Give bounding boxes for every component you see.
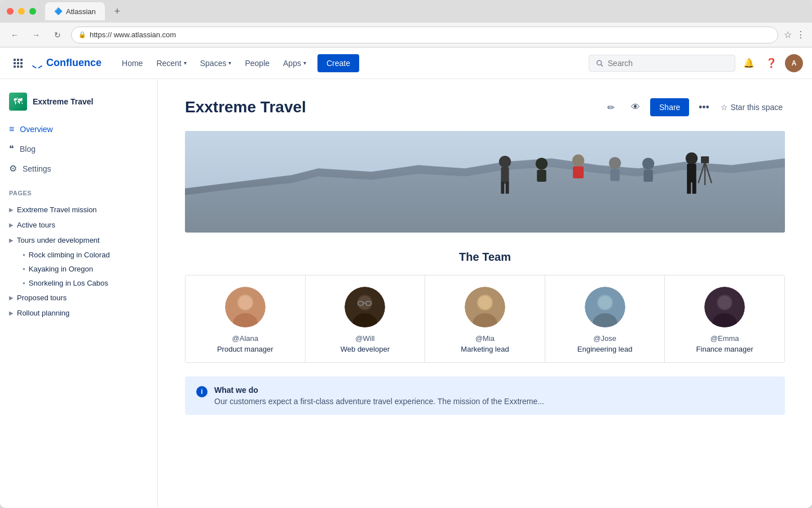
close-button[interactable] bbox=[7, 8, 14, 15]
edit-icon: ✏ bbox=[607, 102, 615, 113]
forward-button[interactable]: → bbox=[28, 27, 44, 43]
info-box: i What we do Our customers expect a firs… bbox=[185, 376, 785, 415]
grid-icon[interactable] bbox=[9, 54, 27, 72]
hero-svg bbox=[185, 131, 785, 233]
nav-home[interactable]: Home bbox=[115, 47, 149, 79]
sidebar-item-settings[interactable]: ⚙ Settings bbox=[0, 159, 157, 178]
blog-icon: ❝ bbox=[9, 143, 14, 154]
search-input[interactable] bbox=[608, 59, 728, 68]
svg-point-48 bbox=[478, 296, 492, 309]
svg-rect-33 bbox=[701, 156, 709, 163]
new-tab-button[interactable]: + bbox=[109, 3, 125, 19]
member-handle: @Will bbox=[355, 334, 374, 343]
member-role: Product manager bbox=[217, 345, 273, 353]
reload-button[interactable]: ↻ bbox=[50, 27, 65, 43]
page-tree-item-active-tours[interactable]: ▶ Active tours bbox=[0, 217, 157, 233]
svg-point-18 bbox=[536, 157, 548, 169]
svg-rect-3 bbox=[14, 62, 16, 64]
sidebar-item-overview[interactable]: ≡ Overview bbox=[0, 120, 157, 139]
nav-links: Home Recent ▾ Spaces ▾ People Apps ▾ Cre… bbox=[115, 47, 589, 79]
page-label: Rock climbing in Colorad bbox=[29, 251, 110, 259]
overview-icon: ≡ bbox=[9, 124, 14, 134]
member-handle: @Alana bbox=[232, 334, 258, 343]
eye-icon: 👁 bbox=[631, 102, 640, 112]
info-icon: i bbox=[196, 386, 208, 397]
page-tree-item-tours-dev[interactable]: ▶ Tours under development bbox=[0, 233, 157, 248]
svg-rect-23 bbox=[610, 169, 620, 181]
more-button[interactable]: ••• bbox=[694, 97, 714, 117]
chevron-right-icon: ▶ bbox=[9, 237, 14, 243]
chevron-down-icon: ▾ bbox=[184, 60, 187, 66]
page-actions: ✏ 👁 Share ••• ☆ Star this space bbox=[601, 97, 785, 117]
back-icon: ← bbox=[11, 30, 19, 40]
team-member-will[interactable]: @Will Web developer bbox=[306, 275, 426, 362]
more-icon: ••• bbox=[699, 102, 709, 113]
nav-people[interactable]: People bbox=[238, 47, 276, 79]
notifications-button[interactable]: 🔔 bbox=[740, 54, 758, 72]
bookmark-icon[interactable]: ☆ bbox=[784, 29, 792, 40]
user-avatar[interactable]: A bbox=[785, 54, 803, 72]
nav-recent[interactable]: Recent ▾ bbox=[149, 47, 193, 79]
url-text: https:// www.atlassian.com bbox=[90, 30, 176, 39]
team-member-emma[interactable]: @Emma Finance manager bbox=[665, 275, 784, 362]
create-button[interactable]: Create bbox=[317, 54, 359, 72]
chevron-down-icon: ▾ bbox=[303, 60, 306, 66]
search-box[interactable] bbox=[589, 55, 735, 72]
svg-point-9 bbox=[597, 60, 602, 65]
page-tree-item-proposed[interactable]: ▶ Proposed tours bbox=[0, 290, 157, 305]
back-button[interactable]: ← bbox=[7, 27, 23, 43]
bullet-icon: ● bbox=[23, 281, 25, 286]
help-button[interactable]: ❓ bbox=[762, 54, 780, 72]
sidebar: 🗺 Exxtreme Travel ≡ Overview ❝ Blog ⚙ Se… bbox=[0, 79, 158, 508]
preview-button[interactable]: 👁 bbox=[625, 97, 646, 117]
page-sub-item-rock[interactable]: ● Rock climbing in Colorad bbox=[0, 248, 157, 262]
member-handle: @Mia bbox=[475, 334, 495, 343]
star-icon: ☆ bbox=[721, 103, 728, 112]
menu-icon[interactable]: ⋮ bbox=[796, 29, 805, 40]
team-section-title: The Team bbox=[185, 251, 785, 264]
team-member-mia[interactable]: @Mia Marketing lead bbox=[425, 275, 545, 362]
team-member-alana[interactable]: @Alana Product manager bbox=[186, 275, 306, 362]
minimize-button[interactable] bbox=[18, 8, 25, 15]
svg-rect-8 bbox=[20, 65, 23, 68]
maximize-button[interactable] bbox=[29, 8, 36, 15]
pages-label: PAGES bbox=[9, 190, 32, 196]
info-title: What we do bbox=[214, 386, 544, 395]
share-button[interactable]: Share bbox=[650, 98, 689, 116]
browser-action-buttons: ☆ ⋮ bbox=[784, 29, 805, 40]
tab-title: Atlassian bbox=[66, 7, 96, 16]
chevron-right-icon: ▶ bbox=[9, 310, 14, 316]
nav-spaces[interactable]: Spaces ▾ bbox=[193, 47, 239, 79]
page-tree-item-rollout[interactable]: ▶ Rollout planning bbox=[0, 305, 157, 321]
svg-line-10 bbox=[601, 64, 603, 66]
edit-button[interactable]: ✏ bbox=[601, 97, 621, 117]
page-label: Tours under development bbox=[17, 236, 100, 244]
page-label: Exxtreme Travel mission bbox=[17, 205, 97, 214]
team-member-jose[interactable]: @Jose Engineering lead bbox=[545, 275, 665, 362]
page-sub-item-kayak[interactable]: ● Kayaking in Oregon bbox=[0, 262, 157, 276]
hero-image bbox=[185, 131, 785, 233]
main-content: Exxtreme Travel ✏ 👁 Share ••• bbox=[158, 79, 812, 508]
page-label: Active tours bbox=[17, 221, 55, 229]
new-tab-icon: + bbox=[114, 6, 120, 17]
forward-icon: → bbox=[32, 30, 40, 40]
svg-point-52 bbox=[598, 296, 612, 309]
address-input[interactable]: 🔒 https:// www.atlassian.com bbox=[71, 27, 778, 43]
browser-tab[interactable]: 🔷 Atlassian bbox=[45, 2, 105, 20]
page-tree-item-mission[interactable]: ▶ Exxtreme Travel mission bbox=[0, 202, 157, 217]
sidebar-item-blog[interactable]: ❝ Blog bbox=[0, 139, 157, 159]
confluence-logo[interactable]: Confluence bbox=[32, 57, 102, 69]
chevron-right-icon: ▶ bbox=[9, 207, 14, 213]
nav-right-actions: 🔔 ❓ A bbox=[589, 54, 803, 72]
star-space-button[interactable]: ☆ Star this space bbox=[718, 103, 785, 112]
nav-apps[interactable]: Apps ▾ bbox=[276, 47, 313, 79]
svg-point-56 bbox=[718, 296, 731, 309]
reload-icon: ↻ bbox=[54, 30, 61, 40]
page-sub-item-snorkel[interactable]: ● Snorkeling in Los Cabos bbox=[0, 276, 157, 290]
space-icon: 🗺 bbox=[9, 93, 27, 111]
chevron-down-icon: ▾ bbox=[228, 60, 231, 66]
svg-rect-28 bbox=[687, 181, 691, 194]
member-role: Web developer bbox=[341, 345, 390, 353]
svg-rect-29 bbox=[692, 181, 696, 194]
svg-point-26 bbox=[686, 152, 698, 164]
